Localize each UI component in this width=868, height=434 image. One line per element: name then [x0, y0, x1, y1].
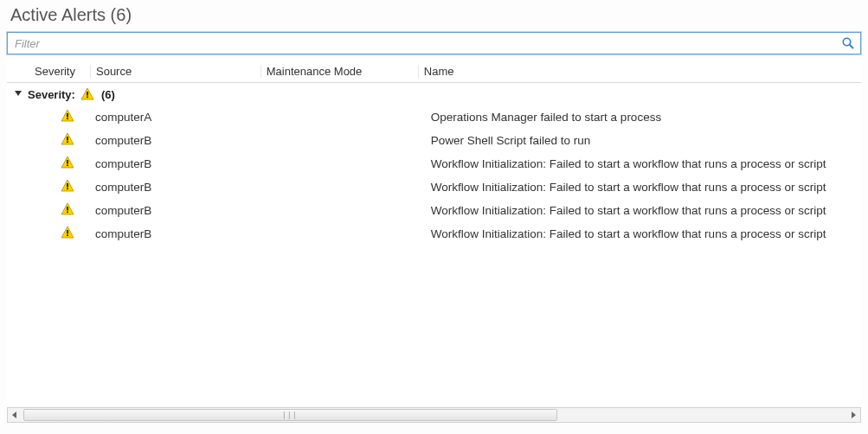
- column-header-source[interactable]: Source: [91, 65, 261, 78]
- expand-icon[interactable]: [12, 89, 28, 99]
- severity-cell: [29, 202, 90, 219]
- table-row[interactable]: computerBPower Shell Script failed to ru…: [7, 129, 861, 152]
- group-row-severity[interactable]: Severity: (6): [7, 83, 861, 105]
- name-cell: Workflow Initialization: Failed to start…: [426, 204, 861, 217]
- svg-rect-16: [67, 183, 68, 188]
- svg-marker-24: [12, 412, 16, 418]
- name-cell: Workflow Initialization: Failed to start…: [426, 181, 861, 194]
- filter-box[interactable]: [7, 32, 861, 54]
- name-cell: Power Shell Script failed to run: [426, 134, 861, 147]
- grid-body: Severity: (6) computerAOperations Manage…: [7, 83, 861, 407]
- warning-icon: [61, 202, 74, 219]
- warning-icon: [61, 156, 74, 172]
- source-cell: computerA: [90, 111, 264, 124]
- svg-rect-7: [67, 113, 68, 118]
- severity-cell: [29, 109, 90, 125]
- svg-marker-25: [852, 412, 856, 418]
- title-count: (6): [111, 5, 132, 24]
- svg-rect-22: [67, 230, 68, 234]
- scrollbar-thumb[interactable]: ∣∣∣: [23, 409, 557, 421]
- column-header-severity[interactable]: Severity: [29, 65, 91, 78]
- svg-rect-11: [67, 142, 68, 144]
- horizontal-scrollbar[interactable]: ∣∣∣: [7, 407, 861, 423]
- source-cell: computerB: [90, 157, 264, 170]
- table-row[interactable]: computerBWorkflow Initialization: Failed…: [7, 199, 861, 222]
- svg-rect-17: [67, 188, 68, 190]
- source-cell: computerB: [90, 227, 264, 240]
- table-row[interactable]: computerBWorkflow Initialization: Failed…: [7, 152, 861, 176]
- filter-input[interactable]: [13, 34, 841, 53]
- alerts-grid: Severity Source Maintenance Mode Name Se…: [7, 60, 861, 423]
- warning-icon: [61, 132, 74, 149]
- severity-cell: [29, 179, 90, 195]
- name-cell: Operations Manager failed to start a pro…: [426, 111, 861, 124]
- warning-icon: [61, 226, 74, 242]
- source-cell: computerB: [90, 181, 264, 194]
- svg-rect-19: [67, 207, 68, 211]
- warning-icon: [61, 109, 74, 125]
- svg-rect-14: [67, 165, 68, 167]
- severity-cell: [29, 132, 90, 149]
- table-row[interactable]: computerBWorkflow Initialization: Failed…: [7, 222, 861, 246]
- grid-header: Severity Source Maintenance Mode Name: [7, 60, 861, 83]
- svg-rect-8: [67, 118, 68, 120]
- search-icon[interactable]: [841, 36, 855, 50]
- svg-line-1: [850, 45, 853, 48]
- column-header-maintenance-mode[interactable]: Maintenance Mode: [261, 65, 419, 78]
- svg-rect-13: [67, 160, 68, 164]
- severity-cell: [29, 156, 90, 172]
- warning-icon: [61, 179, 74, 195]
- title-text: Active Alerts: [10, 5, 106, 24]
- svg-rect-5: [87, 97, 88, 99]
- column-header-name[interactable]: Name: [419, 65, 861, 78]
- svg-rect-20: [67, 212, 68, 214]
- name-cell: Workflow Initialization: Failed to start…: [426, 227, 861, 240]
- svg-rect-4: [87, 92, 88, 96]
- name-cell: Workflow Initialization: Failed to start…: [426, 157, 861, 170]
- svg-marker-2: [15, 91, 22, 96]
- group-label: Severity:: [28, 88, 79, 101]
- group-count: (6): [96, 88, 115, 101]
- source-cell: computerB: [90, 134, 264, 147]
- svg-rect-10: [67, 137, 68, 141]
- scrollbar-grip-icon: ∣∣∣: [282, 411, 298, 419]
- scrollbar-track[interactable]: ∣∣∣: [23, 409, 845, 421]
- scroll-right-arrow-icon[interactable]: [846, 408, 860, 422]
- scroll-left-arrow-icon[interactable]: [8, 408, 22, 422]
- page-title: Active Alerts (6): [7, 3, 861, 32]
- svg-rect-23: [67, 235, 68, 237]
- alerts-panel: Active Alerts (6) Severity Source Mainte…: [0, 0, 868, 434]
- table-row[interactable]: computerBWorkflow Initialization: Failed…: [7, 176, 861, 199]
- severity-cell: [29, 226, 90, 242]
- table-row[interactable]: computerAOperations Manager failed to st…: [7, 105, 861, 129]
- warning-icon: [79, 87, 96, 101]
- source-cell: computerB: [90, 204, 264, 217]
